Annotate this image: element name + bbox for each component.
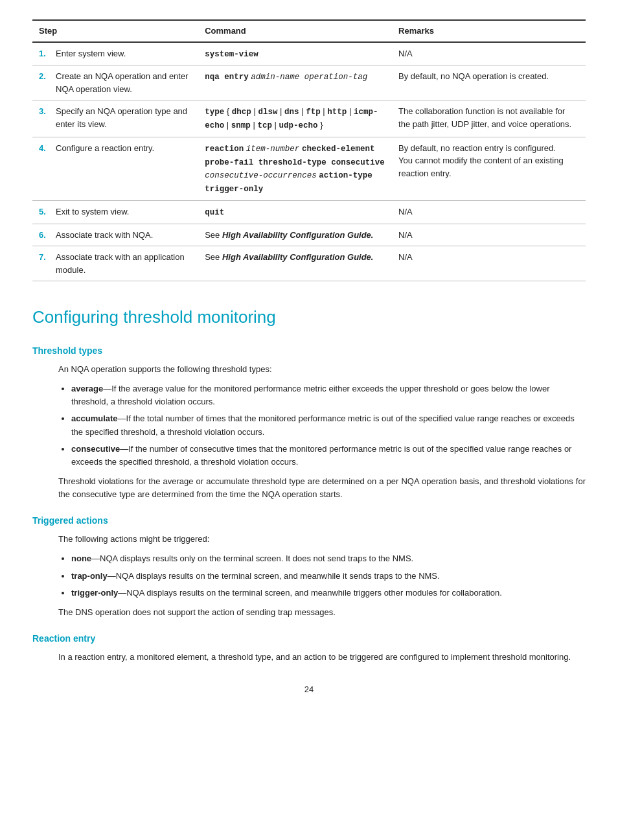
- subsection-title-triggered-actions: Triggered actions: [32, 514, 586, 528]
- table-row: 1.Enter system view.system-viewN/A: [32, 42, 586, 65]
- subsection-reaction-entry: Reaction entryIn a reaction entry, a mon…: [32, 632, 586, 664]
- remarks-cell: N/A: [392, 42, 586, 65]
- step-number: 5.: [39, 205, 52, 218]
- section-title: Configuring threshold monitoring: [32, 305, 586, 330]
- col-header-step: Step: [32, 20, 198, 42]
- subsection-triggered-actions: Triggered actionsThe following actions m…: [32, 514, 586, 619]
- col-header-command: Command: [198, 20, 392, 42]
- list-item: trap-only—NQA displays results on the te…: [71, 570, 586, 583]
- list-item: accumulate—If the total number of times …: [71, 412, 586, 438]
- table-row: 7.Associate track with an application mo…: [32, 246, 586, 281]
- step-cell: 1.Enter system view.: [32, 42, 198, 65]
- table-row: 2.Create an NQA operation and enter NQA …: [32, 65, 586, 100]
- step-cell: 6.Associate track with NQA.: [32, 224, 198, 246]
- remarks-cell: By default, no reaction entry is configu…: [392, 137, 586, 200]
- step-cell: 4.Configure a reaction entry.: [32, 137, 198, 200]
- command-cell: type { dhcp | dlsw | dns | ftp | http | …: [198, 100, 392, 137]
- table-row: 6.Associate track with NQA.See High Avai…: [32, 224, 586, 246]
- table-row: 5.Exit to system view.quitN/A: [32, 200, 586, 224]
- remarks-cell: The collaboration function is not availa…: [392, 100, 586, 137]
- bullet-list: none—NQA displays results only on the te…: [71, 552, 586, 599]
- step-description: Configure a reaction entry.: [56, 142, 154, 155]
- bullet-list: average—If the average value for the mon…: [71, 382, 586, 469]
- step-number: 6.: [39, 229, 52, 242]
- configuration-table: Step Command Remarks 1.Enter system view…: [32, 19, 586, 281]
- step-description: Associate track with NQA.: [56, 229, 153, 242]
- command-cell: See High Availability Configuration Guid…: [198, 224, 392, 246]
- col-header-remarks: Remarks: [392, 20, 586, 42]
- step-cell: 3.Specify an NQA operation type and ente…: [32, 100, 198, 137]
- subsection-intro: The following actions might be triggered…: [58, 533, 586, 546]
- command-cell: quit: [198, 200, 392, 224]
- list-item: consecutive—If the number of consecutive…: [71, 443, 586, 469]
- step-number: 1.: [39, 47, 52, 60]
- subsection-closing: In a reaction entry, a monitored element…: [58, 651, 586, 664]
- step-description: Specify an NQA operation type and enter …: [56, 105, 192, 130]
- step-number: 4.: [39, 142, 52, 155]
- page-number: 24: [32, 683, 586, 696]
- command-cell: system-view: [198, 42, 392, 65]
- remarks-cell: By default, no NQA operation is created.: [392, 65, 586, 100]
- command-cell: See High Availability Configuration Guid…: [198, 246, 392, 281]
- list-item: trigger-only—NQA displays results on the…: [71, 587, 586, 600]
- step-number: 7.: [39, 251, 52, 276]
- subsection-intro: An NQA operation supports the following …: [58, 363, 586, 376]
- subsection-title-reaction-entry: Reaction entry: [32, 632, 586, 646]
- remarks-cell: N/A: [392, 246, 586, 281]
- command-cell: reaction item-number checked-element pro…: [198, 137, 392, 200]
- remarks-cell: N/A: [392, 200, 586, 224]
- step-description: Exit to system view.: [56, 205, 129, 218]
- subsection-closing: The DNS operation does not support the a…: [58, 606, 586, 619]
- subsection-title-threshold-types: Threshold types: [32, 344, 586, 358]
- step-cell: 5.Exit to system view.: [32, 200, 198, 224]
- subsection-closing: Threshold violations for the average or …: [58, 475, 586, 501]
- step-description: Associate track with an application modu…: [56, 251, 192, 276]
- subsection-threshold-types: Threshold typesAn NQA operation supports…: [32, 344, 586, 501]
- main-section: Configuring threshold monitoring Thresho…: [32, 305, 586, 664]
- list-item: none—NQA displays results only on the te…: [71, 552, 586, 565]
- command-cell: nqa entry admin-name operation-tag: [198, 65, 392, 100]
- step-cell: 2.Create an NQA operation and enter NQA …: [32, 65, 198, 100]
- step-description: Create an NQA operation and enter NQA op…: [56, 70, 192, 95]
- step-cell: 7.Associate track with an application mo…: [32, 246, 198, 281]
- list-item: average—If the average value for the mon…: [71, 382, 586, 408]
- table-row: 4.Configure a reaction entry.reaction it…: [32, 137, 586, 200]
- step-description: Enter system view.: [56, 47, 126, 60]
- remarks-cell: N/A: [392, 224, 586, 246]
- step-number: 3.: [39, 105, 52, 130]
- table-row: 3.Specify an NQA operation type and ente…: [32, 100, 586, 137]
- step-number: 2.: [39, 70, 52, 95]
